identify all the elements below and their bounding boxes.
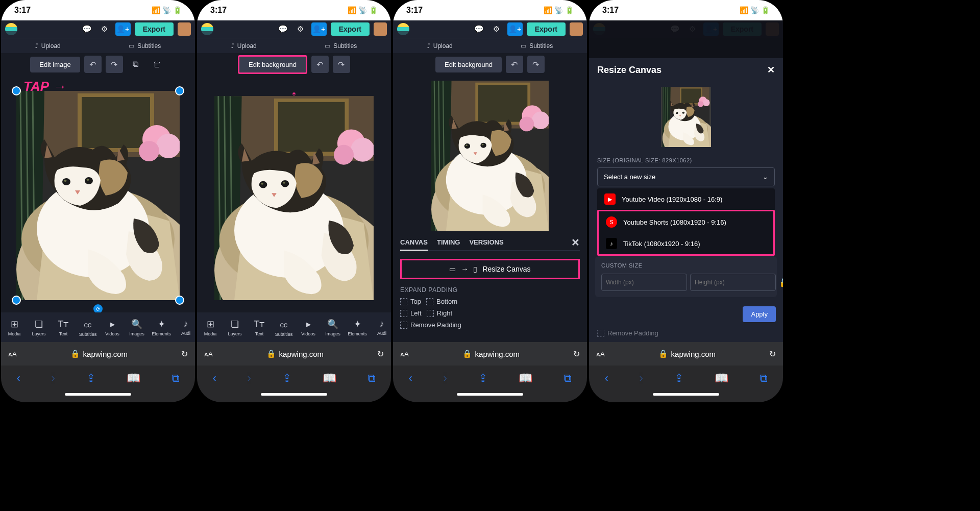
bookmarks-button[interactable]: 📖 bbox=[127, 372, 140, 385]
tab-audio[interactable]: ♪Audi bbox=[174, 319, 195, 336]
chat-icon[interactable]: 💬 bbox=[81, 22, 94, 36]
reload-button[interactable]: ↻ bbox=[377, 349, 384, 359]
tab-images[interactable]: 🔍Images bbox=[321, 319, 345, 336]
pad-right[interactable]: Right bbox=[427, 309, 452, 317]
pad-remove[interactable]: Remove Padding bbox=[597, 329, 775, 337]
selected-image[interactable]: ⟳ bbox=[16, 91, 180, 300]
tab-canvas[interactable]: CANVAS bbox=[400, 238, 428, 251]
option-tiktok[interactable]: ♪ TikTok (1080x1920 - 9:16) bbox=[599, 233, 773, 254]
canvas-area[interactable] bbox=[393, 76, 587, 233]
tab-subtitles[interactable]: ㏄Subtitles bbox=[76, 318, 100, 337]
undo-button[interactable]: ↶ bbox=[84, 56, 102, 73]
edit-background-button[interactable]: Edit background bbox=[238, 55, 307, 74]
edit-background-button[interactable]: Edit background bbox=[435, 57, 502, 72]
back-button[interactable]: ‹ bbox=[212, 372, 216, 385]
lock-aspect-icon[interactable]: 🔓 bbox=[779, 278, 783, 287]
tab-layers[interactable]: ❏Layers bbox=[27, 319, 51, 336]
subtitles-button[interactable]: ▭Subtitles bbox=[521, 42, 553, 50]
subtitles-button[interactable]: ▭Subtitles bbox=[325, 42, 357, 50]
url-display[interactable]: 🔒kapwing.com bbox=[23, 349, 175, 358]
resize-handle-bl[interactable] bbox=[12, 296, 21, 305]
tab-videos[interactable]: ▸Videos bbox=[100, 319, 125, 336]
tab-videos[interactable]: ▸Videos bbox=[296, 319, 321, 336]
back-button[interactable]: ‹ bbox=[408, 372, 412, 385]
undo-button[interactable]: ↶ bbox=[311, 56, 329, 73]
export-button[interactable]: Export bbox=[135, 22, 174, 36]
redo-button[interactable]: ↷ bbox=[333, 56, 350, 73]
pad-top[interactable]: Top bbox=[400, 298, 421, 305]
edit-image-button[interactable]: Edit image bbox=[30, 57, 80, 72]
upload-button[interactable]: ⤴Upload bbox=[427, 42, 453, 50]
reload-button[interactable]: ↻ bbox=[573, 349, 580, 359]
app-logo[interactable] bbox=[397, 23, 409, 35]
tabs-button[interactable]: ⧉ bbox=[564, 372, 572, 385]
tabs-button[interactable]: ⧉ bbox=[760, 372, 768, 385]
back-button[interactable]: ‹ bbox=[16, 372, 20, 385]
app-logo[interactable] bbox=[201, 23, 213, 35]
resize-handle-tr[interactable] bbox=[175, 86, 184, 95]
width-input[interactable] bbox=[601, 274, 687, 291]
apply-button[interactable]: Apply bbox=[743, 306, 776, 322]
chat-icon[interactable]: 💬 bbox=[277, 22, 290, 36]
url-display[interactable]: 🔒kapwing.com bbox=[219, 349, 371, 358]
url-display[interactable]: 🔒kapwing.com bbox=[611, 349, 763, 358]
height-input[interactable] bbox=[690, 274, 776, 291]
forward-button[interactable]: › bbox=[52, 372, 55, 385]
gear-icon[interactable]: ⚙ bbox=[294, 22, 307, 36]
reload-button[interactable]: ↻ bbox=[769, 349, 776, 359]
subtitles-button[interactable]: ▭Subtitles bbox=[129, 42, 161, 50]
export-button[interactable]: Export bbox=[331, 22, 370, 36]
resize-handle-br[interactable] bbox=[175, 296, 184, 305]
tab-media[interactable]: ⊞Media bbox=[198, 319, 223, 336]
text-size-button[interactable]: ᴀA bbox=[400, 350, 409, 358]
upload-button[interactable]: ⤴Upload bbox=[231, 42, 257, 50]
option-youtube[interactable]: ▶ Youtube Video (1920x1080 - 16:9) bbox=[597, 188, 775, 210]
bookmarks-button[interactable]: 📖 bbox=[715, 372, 728, 385]
forward-button[interactable]: › bbox=[640, 372, 643, 385]
share-button[interactable]: ⇪ bbox=[674, 372, 683, 385]
forward-button[interactable]: › bbox=[444, 372, 447, 385]
option-shorts[interactable]: S Youtube Shorts (1080x1920 - 9:16) bbox=[599, 211, 773, 233]
tabs-button[interactable]: ⧉ bbox=[368, 372, 376, 385]
chat-icon[interactable]: 💬 bbox=[473, 22, 486, 36]
tab-elements[interactable]: ✦Elements bbox=[149, 319, 174, 336]
tabs-button[interactable]: ⧉ bbox=[172, 372, 180, 385]
avatar[interactable] bbox=[178, 22, 191, 36]
tab-images[interactable]: 🔍Images bbox=[125, 319, 149, 336]
add-user-button[interactable]: 👤+ bbox=[115, 22, 131, 36]
back-button[interactable]: ‹ bbox=[604, 372, 608, 385]
tab-versions[interactable]: VERSIONS bbox=[469, 238, 503, 246]
resize-canvas-button[interactable]: ▭→▯ Resize Canvas bbox=[400, 259, 580, 279]
bookmarks-button[interactable]: 📖 bbox=[323, 372, 336, 385]
add-user-button[interactable]: 👤+ bbox=[311, 22, 327, 36]
text-size-button[interactable]: ᴀA bbox=[596, 350, 605, 358]
rotate-handle[interactable]: ⟳ bbox=[93, 304, 103, 312]
tab-subtitles[interactable]: ㏄Subtitles bbox=[272, 318, 296, 337]
close-icon[interactable]: ✕ bbox=[571, 236, 580, 249]
share-button[interactable]: ⇪ bbox=[282, 372, 291, 385]
text-size-button[interactable]: ᴀA bbox=[8, 350, 17, 358]
canvas-image[interactable] bbox=[214, 96, 374, 300]
add-user-button[interactable]: 👤+ bbox=[507, 22, 523, 36]
pad-remove[interactable]: Remove Padding bbox=[400, 321, 461, 329]
app-logo[interactable] bbox=[5, 23, 17, 35]
delete-button[interactable]: 🗑 bbox=[149, 56, 166, 73]
url-display[interactable]: 🔒kapwing.com bbox=[415, 349, 567, 358]
copy-button[interactable]: ⧉ bbox=[127, 56, 144, 73]
canvas-area[interactable]: TAP → ⟳ bbox=[1, 76, 195, 312]
tab-timing[interactable]: TIMING bbox=[437, 238, 460, 246]
text-size-button[interactable]: ᴀA bbox=[204, 350, 213, 358]
size-dropdown[interactable]: Select a new size ⌄ bbox=[597, 167, 775, 186]
tab-layers[interactable]: ❏Layers bbox=[223, 319, 247, 336]
pad-left[interactable]: Left bbox=[400, 309, 422, 317]
undo-button[interactable]: ↶ bbox=[506, 56, 523, 73]
pad-bottom[interactable]: Bottom bbox=[426, 298, 457, 305]
bookmarks-button[interactable]: 📖 bbox=[519, 372, 532, 385]
tab-text[interactable]: TᴛText bbox=[51, 319, 76, 336]
redo-button[interactable]: ↷ bbox=[106, 56, 123, 73]
share-button[interactable]: ⇪ bbox=[86, 372, 95, 385]
redo-button[interactable]: ↷ bbox=[527, 56, 545, 73]
tab-elements[interactable]: ✦Elements bbox=[345, 319, 370, 336]
tab-text[interactable]: TᴛText bbox=[247, 319, 272, 336]
share-button[interactable]: ⇪ bbox=[478, 372, 487, 385]
